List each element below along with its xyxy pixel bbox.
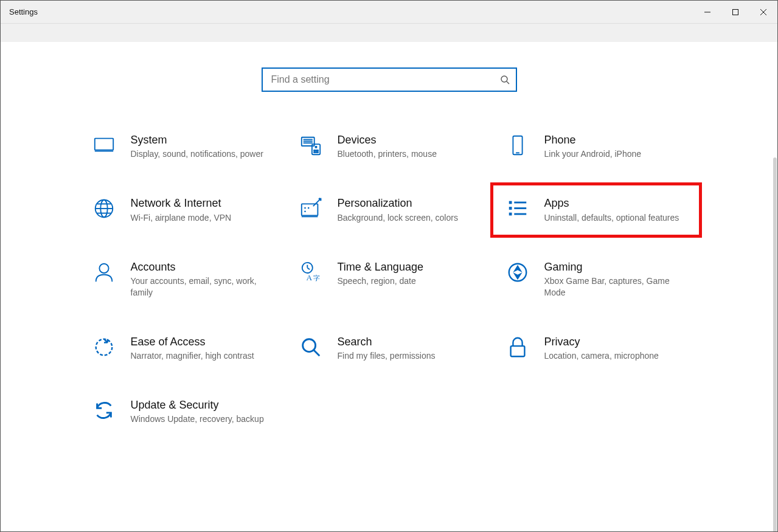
item-title: Gaming <box>544 260 687 274</box>
svg-point-15 <box>315 150 316 151</box>
close-button[interactable] <box>749 1 777 23</box>
item-title: Time & Language <box>338 260 480 274</box>
item-title: Ease of Access <box>131 335 273 349</box>
item-desc: Background, lock screen, colors <box>338 212 480 224</box>
settings-item-privacy[interactable]: PrivacyLocation, camera, microphone <box>502 333 690 364</box>
monitor-icon <box>92 133 116 157</box>
item-desc: Windows Update, recovery, backup <box>131 413 273 425</box>
item-desc: Link your Android, iPhone <box>544 148 687 160</box>
settings-item-gaming[interactable]: GamingXbox Game Bar, captures, Game Mode <box>502 258 690 301</box>
window-controls <box>693 1 777 23</box>
privacy-icon <box>505 335 530 359</box>
personalization-icon <box>299 196 323 221</box>
item-desc: Your accounts, email, sync, work, family <box>131 275 273 299</box>
svg-rect-27 <box>301 204 318 216</box>
item-title: Personalization <box>338 196 480 210</box>
svg-line-47 <box>313 350 319 356</box>
settings-item-update-security[interactable]: Update & SecurityWindows Update, recover… <box>88 396 277 427</box>
search-wrap <box>1 42 777 116</box>
settings-item-accounts[interactable]: AccountsYour accounts, email, sync, work… <box>88 258 277 301</box>
svg-rect-36 <box>509 213 512 216</box>
svg-rect-48 <box>510 346 524 356</box>
svg-text:字: 字 <box>313 274 319 282</box>
search-icon <box>299 335 323 359</box>
settings-item-network-internet[interactable]: Network & InternetWi-Fi, airplane mode, … <box>88 194 277 226</box>
svg-rect-6 <box>94 139 113 150</box>
search-input[interactable] <box>271 74 500 85</box>
settings-item-devices[interactable]: DevicesBluetooth, printers, mouse <box>295 131 484 162</box>
settings-item-search[interactable]: SearchFind my files, permissions <box>295 333 484 364</box>
svg-rect-32 <box>509 201 512 204</box>
item-title: Accounts <box>131 260 273 274</box>
gaming-icon <box>505 260 530 285</box>
settings-item-time-language[interactable]: A字Time & LanguageSpeech, region, date <box>295 258 484 301</box>
item-desc: Location, camera, microphone <box>544 350 687 362</box>
apps-icon <box>505 196 530 221</box>
svg-text:A: A <box>306 273 312 282</box>
svg-point-14 <box>313 150 314 151</box>
search-icon <box>500 75 510 85</box>
svg-point-38 <box>99 263 108 272</box>
titlebar: Settings <box>1 1 777 24</box>
item-desc: Xbox Game Bar, captures, Game Mode <box>544 275 687 299</box>
item-desc: Find my files, permissions <box>338 350 480 362</box>
ease-of-access-icon <box>92 335 116 359</box>
globe-icon <box>92 196 116 221</box>
item-title: Devices <box>338 133 480 147</box>
window-title: Settings <box>9 7 38 16</box>
maximize-button[interactable] <box>721 1 749 23</box>
svg-rect-34 <box>509 207 512 210</box>
time-language-icon: A字 <box>299 260 323 285</box>
item-desc: Narrator, magnifier, high contrast <box>131 350 273 362</box>
svg-point-16 <box>317 150 318 151</box>
item-title: Update & Security <box>131 398 273 412</box>
svg-point-17 <box>313 152 314 153</box>
item-desc: Display, sound, notifications, power <box>131 148 273 160</box>
svg-point-19 <box>317 152 318 153</box>
settings-grid: SystemDisplay, sound, notifications, pow… <box>79 116 700 427</box>
settings-item-system[interactable]: SystemDisplay, sound, notifications, pow… <box>88 131 277 162</box>
item-title: Privacy <box>544 335 687 349</box>
svg-point-18 <box>315 152 316 153</box>
item-title: Search <box>338 335 480 349</box>
phone-icon <box>505 133 530 157</box>
item-title: System <box>131 133 273 147</box>
svg-rect-20 <box>513 136 522 154</box>
item-desc: Uninstall, defaults, optional features <box>544 212 687 224</box>
search-box[interactable] <box>262 67 517 92</box>
item-title: Network & Internet <box>131 196 273 210</box>
svg-point-45 <box>96 339 112 355</box>
devices-icon <box>299 133 323 157</box>
svg-point-46 <box>302 339 315 351</box>
settings-item-ease-of-access[interactable]: Ease of AccessNarrator, magnifier, high … <box>88 333 277 364</box>
svg-rect-1 <box>733 9 738 15</box>
svg-point-29 <box>304 207 306 209</box>
update-icon <box>92 398 116 423</box>
item-desc: Bluetooth, printers, mouse <box>338 148 480 160</box>
settings-item-personalization[interactable]: PersonalizationBackground, lock screen, … <box>295 194 484 226</box>
sub-header <box>1 24 777 42</box>
minimize-button[interactable] <box>693 1 721 23</box>
settings-item-phone[interactable]: PhoneLink your Android, iPhone <box>502 131 690 162</box>
svg-point-4 <box>501 76 507 82</box>
scrollbar[interactable] <box>773 157 777 531</box>
item-desc: Wi-Fi, airplane mode, VPN <box>131 212 273 224</box>
svg-point-31 <box>304 211 306 213</box>
settings-item-apps[interactable]: AppsUninstall, defaults, optional featur… <box>502 194 690 226</box>
svg-line-5 <box>507 81 509 84</box>
svg-point-30 <box>307 207 309 209</box>
svg-line-41 <box>307 268 310 269</box>
item-desc: Speech, region, date <box>338 275 480 287</box>
accounts-icon <box>92 260 116 285</box>
svg-point-13 <box>315 147 316 148</box>
item-title: Apps <box>544 196 687 210</box>
item-title: Phone <box>544 133 687 147</box>
content-area: SystemDisplay, sound, notifications, pow… <box>1 42 777 531</box>
